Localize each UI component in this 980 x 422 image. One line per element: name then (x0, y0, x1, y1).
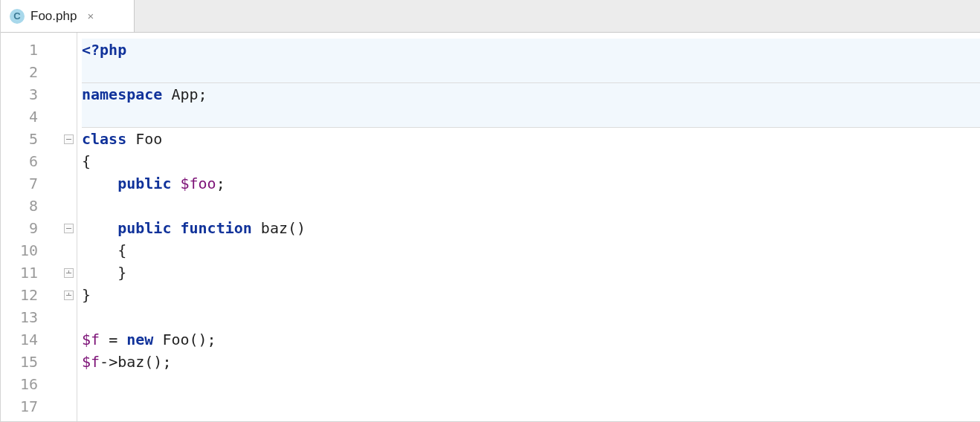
close-icon[interactable]: × (83, 10, 95, 22)
fold-slot (60, 39, 77, 61)
variable-f: $f (82, 353, 100, 371)
brace-open: { (117, 241, 126, 259)
fold-slot (60, 83, 77, 106)
line-number: 7 (1, 172, 60, 195)
keyword-function: function (180, 219, 251, 237)
fold-slot (60, 395, 77, 418)
fold-open-icon[interactable] (64, 224, 74, 233)
fold-slot (60, 61, 77, 83)
class-name: Foo (126, 130, 162, 148)
line-number: 11 (1, 262, 60, 284)
fold-slot (60, 284, 77, 306)
space (171, 175, 180, 192)
code-line: } (82, 284, 980, 306)
code-line: <?php (82, 39, 980, 61)
keyword-class: class (82, 130, 126, 148)
semicolon: ; (207, 331, 216, 348)
method-call-baz: baz() (117, 353, 162, 371)
parens: () (190, 331, 207, 348)
brace-open: { (82, 152, 91, 170)
code-line (82, 61, 980, 83)
indent (82, 175, 117, 192)
fold-slot (60, 351, 77, 373)
keyword-public: public (117, 219, 171, 237)
line-number: 17 (1, 395, 60, 418)
tab-bar: C Foo.php × (1, 0, 980, 33)
php-class-icon: C (10, 9, 25, 24)
tab-filename: Foo.php (30, 9, 77, 24)
indent (82, 264, 117, 282)
arrow-operator: -> (100, 353, 117, 371)
keyword-namespace: namespace (82, 85, 162, 103)
code-line: { (82, 239, 980, 262)
indent (82, 219, 117, 237)
fold-gutter (60, 33, 77, 421)
line-number: 8 (1, 195, 60, 217)
ide-window: C Foo.php × 1234567891011121314151617 <?… (0, 0, 980, 422)
keyword-public: public (117, 175, 171, 192)
line-number: 1 (1, 39, 60, 61)
brace-close: } (117, 264, 126, 282)
namespace-name: App (162, 85, 198, 103)
editor-tab[interactable]: C Foo.php × (1, 0, 135, 32)
code-line (82, 306, 980, 328)
line-number: 12 (1, 284, 60, 306)
fold-slot (60, 373, 77, 395)
fold-slot (60, 195, 77, 217)
method-name-baz: baz (252, 219, 288, 237)
semicolon: ; (162, 353, 171, 371)
indent (82, 241, 117, 259)
fold-close-icon[interactable] (64, 290, 74, 300)
code-line (82, 106, 980, 128)
brace-close: } (82, 286, 91, 304)
code-line (82, 195, 980, 217)
parens: () (288, 219, 306, 237)
fold-slot (60, 150, 77, 172)
php-open-tag: <?php (82, 41, 126, 59)
code-line: class Foo (82, 128, 980, 150)
fold-slot (60, 239, 77, 262)
fold-slot (60, 306, 77, 328)
code-area[interactable]: <?php namespace App; class Foo { public … (77, 33, 980, 421)
code-editor[interactable]: 1234567891011121314151617 <?php namespac… (1, 33, 980, 421)
keyword-new: new (126, 331, 153, 348)
line-number: 4 (1, 106, 60, 128)
semicolon: ; (216, 175, 225, 192)
line-number-gutter: 1234567891011121314151617 (1, 33, 60, 421)
line-number: 5 (1, 128, 60, 150)
code-line: $f->baz(); (82, 351, 980, 373)
fold-open-icon[interactable] (64, 134, 74, 144)
fold-close-icon[interactable] (64, 268, 74, 278)
fold-slot (60, 217, 77, 239)
assign: = (100, 331, 126, 348)
semicolon: ; (199, 85, 207, 103)
line-number: 3 (1, 83, 60, 106)
variable-f: $f (82, 331, 100, 348)
code-line: { (82, 150, 980, 172)
code-line: public function baz() (82, 217, 980, 239)
line-number: 14 (1, 328, 60, 351)
line-number: 6 (1, 150, 60, 172)
line-number: 16 (1, 373, 60, 395)
line-number: 9 (1, 217, 60, 239)
space (171, 219, 180, 237)
code-line: } (82, 262, 980, 284)
property-foo: $foo (180, 175, 216, 192)
line-number: 13 (1, 306, 60, 328)
fold-slot (60, 106, 77, 128)
code-line (82, 395, 980, 418)
code-line: public $foo; (82, 172, 980, 195)
code-line: namespace App; (82, 83, 980, 106)
fold-slot (60, 172, 77, 195)
fold-slot (60, 262, 77, 284)
fold-slot (60, 328, 77, 351)
code-line: $f = new Foo(); (82, 328, 980, 351)
class-ref-foo: Foo (153, 331, 189, 348)
line-number: 10 (1, 239, 60, 262)
code-line (82, 373, 980, 395)
line-number: 2 (1, 61, 60, 83)
line-number: 15 (1, 351, 60, 373)
fold-slot (60, 128, 77, 150)
